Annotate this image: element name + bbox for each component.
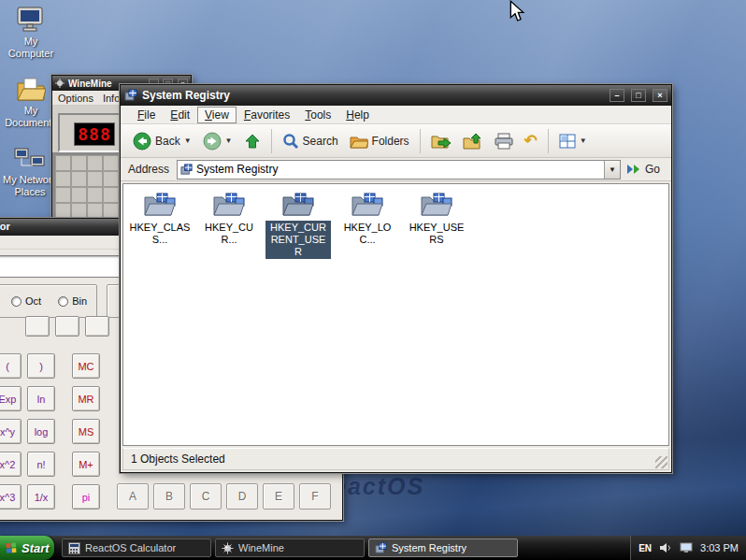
undo-button[interactable]: ↶ bbox=[520, 130, 542, 151]
registry-hive-icon bbox=[421, 192, 452, 218]
calculator-button-mr[interactable]: MR bbox=[72, 386, 100, 411]
copy-to-button[interactable] bbox=[458, 130, 488, 152]
chevron-down-icon: ▼ bbox=[184, 136, 192, 145]
calculator-button-reciprocal[interactable]: 1/x bbox=[27, 484, 55, 510]
back-label: Back bbox=[155, 135, 180, 148]
address-combo-box[interactable]: System Registry ▼ bbox=[177, 160, 621, 179]
mine-cell[interactable] bbox=[103, 171, 119, 187]
taskbar-clock[interactable]: 3:03 PM bbox=[700, 542, 739, 553]
calculator-button-factorial[interactable]: n! bbox=[27, 452, 55, 477]
desktop-icon-my-computer[interactable]: My Computer bbox=[2, 6, 60, 60]
registry-item-hkey-local-machine[interactable]: HKEY_LOC... bbox=[333, 192, 402, 247]
menu-item-edit[interactable]: Edit bbox=[163, 107, 197, 123]
calculator-button-ms[interactable]: MS bbox=[72, 419, 100, 444]
calculator-button-mplus[interactable]: M+ bbox=[72, 452, 100, 477]
mine-cell[interactable] bbox=[87, 203, 103, 219]
mine-cell[interactable] bbox=[71, 155, 87, 171]
calculator-button-hex-d[interactable]: D bbox=[226, 483, 258, 510]
calculator-button-hex-e[interactable]: E bbox=[263, 483, 294, 510]
menu-item-favorites[interactable]: Favorites bbox=[237, 107, 297, 123]
registry-item-hkey-current-config[interactable]: HKEY_CUR... bbox=[194, 192, 264, 247]
network-icon[interactable] bbox=[680, 542, 693, 553]
mine-cell[interactable] bbox=[71, 187, 87, 203]
minimize-button[interactable]: – bbox=[610, 89, 624, 102]
calculator-button-blank[interactable] bbox=[85, 316, 109, 337]
mine-cell[interactable] bbox=[103, 155, 119, 171]
mine-cell[interactable] bbox=[55, 171, 71, 187]
registry-icon bbox=[375, 542, 387, 554]
calculator-icon bbox=[68, 542, 80, 554]
task-label: WineMine bbox=[238, 542, 284, 553]
calculator-button-open-paren[interactable]: ( bbox=[0, 353, 22, 379]
registry-item-hkey-current-user[interactable]: HKEY_CURRENT_USER bbox=[264, 192, 333, 259]
menu-item-info[interactable]: Info bbox=[103, 93, 120, 104]
up-button[interactable] bbox=[239, 130, 265, 152]
calculator-button-hex-f[interactable]: F bbox=[299, 483, 331, 510]
mine-cell[interactable] bbox=[87, 155, 103, 171]
maximize-button[interactable]: □ bbox=[631, 89, 646, 102]
calculator-button-blank[interactable] bbox=[55, 316, 79, 337]
mine-cell[interactable] bbox=[87, 187, 103, 203]
menu-item-options[interactable]: Options bbox=[58, 93, 93, 104]
calculator-button-pi[interactable]: pi bbox=[72, 484, 100, 510]
task-button-calculator[interactable]: ReactOS Calculator bbox=[62, 538, 211, 557]
language-indicator[interactable]: EN bbox=[638, 543, 652, 553]
desktop: My Computer My Documents My Network Plac… bbox=[0, 0, 746, 560]
back-arrow-icon bbox=[133, 132, 151, 151]
mine-cell[interactable] bbox=[71, 203, 87, 219]
radio-oct[interactable]: Oct bbox=[11, 295, 41, 307]
calculator-button-close-paren[interactable]: ) bbox=[27, 353, 55, 379]
mine-cell[interactable] bbox=[55, 155, 71, 171]
calculator-button-ln[interactable]: ln bbox=[27, 386, 55, 411]
go-button[interactable]: Go bbox=[621, 163, 666, 176]
calculator-button-xcubed[interactable]: x^3 bbox=[0, 484, 22, 510]
calculator-button-hex-c[interactable]: C bbox=[190, 483, 222, 510]
close-button[interactable]: × bbox=[653, 89, 667, 102]
resize-grip[interactable] bbox=[655, 456, 667, 468]
address-dropdown-button[interactable]: ▼ bbox=[604, 161, 620, 179]
task-button-winemine[interactable]: WineMine bbox=[215, 538, 365, 557]
menu-item-tools[interactable]: Tools bbox=[297, 107, 338, 123]
radio-bin[interactable]: Bin bbox=[58, 295, 87, 307]
calculator-button-xsquared[interactable]: x^2 bbox=[0, 452, 22, 477]
mine-cell[interactable] bbox=[71, 171, 87, 187]
back-button[interactable]: Back ▼ bbox=[128, 129, 196, 153]
calculator-button-mc[interactable]: MC bbox=[72, 353, 100, 379]
calculator-button-xpowy[interactable]: x^y bbox=[0, 419, 22, 444]
menu-item-view[interactable]: View bbox=[197, 107, 237, 123]
registry-hive-icon bbox=[282, 192, 314, 218]
mine-cell[interactable] bbox=[55, 203, 71, 219]
forward-button[interactable]: ▼ bbox=[198, 129, 237, 153]
system-tray: EN 3:03 PM bbox=[630, 536, 746, 560]
registry-item-label: HKEY_USERS bbox=[404, 221, 469, 247]
registry-item-hkey-users[interactable]: HKEY_USERS bbox=[402, 192, 471, 247]
views-button[interactable]: ▼ bbox=[554, 131, 592, 151]
folders-label: Folders bbox=[372, 135, 409, 148]
calculator-button-exp[interactable]: Exp bbox=[0, 386, 22, 411]
calculator-button-hex-a[interactable]: A bbox=[117, 483, 149, 510]
menu-item-help[interactable]: Help bbox=[338, 107, 377, 123]
folders-button[interactable]: Folders bbox=[345, 131, 414, 151]
mine-cell[interactable] bbox=[55, 187, 71, 203]
registry-item-label: HKEY_CURRENT_USER bbox=[265, 221, 331, 259]
mine-cell[interactable] bbox=[103, 203, 119, 219]
folder-icon bbox=[350, 134, 368, 149]
taskbar-tasks: ReactOS Calculator WineMine bbox=[62, 538, 518, 557]
mine-cell[interactable] bbox=[103, 187, 119, 203]
registry-item-hkey-classes[interactable]: HKEY_CLASS... bbox=[125, 192, 194, 247]
folder-view[interactable]: HKEY_CLASS... HKEY_CUR... bbox=[122, 183, 669, 446]
registry-title-bar[interactable]: System Registry – □ × bbox=[121, 85, 671, 106]
search-button[interactable]: Search bbox=[278, 130, 343, 152]
task-button-system-registry[interactable]: System Registry bbox=[368, 538, 518, 557]
mine-cell[interactable] bbox=[87, 171, 103, 187]
registry-icon bbox=[180, 164, 193, 176]
task-label: System Registry bbox=[392, 542, 466, 553]
move-to-button[interactable] bbox=[426, 130, 456, 152]
start-button[interactable]: Start bbox=[0, 536, 54, 560]
speaker-icon[interactable] bbox=[659, 542, 672, 553]
calculator-button-log[interactable]: log bbox=[27, 419, 55, 444]
menu-item-file[interactable]: File bbox=[130, 107, 163, 123]
calculator-button-hex-b[interactable]: B bbox=[153, 483, 185, 510]
calculator-button-blank[interactable] bbox=[25, 316, 50, 337]
print-button[interactable] bbox=[490, 130, 518, 152]
